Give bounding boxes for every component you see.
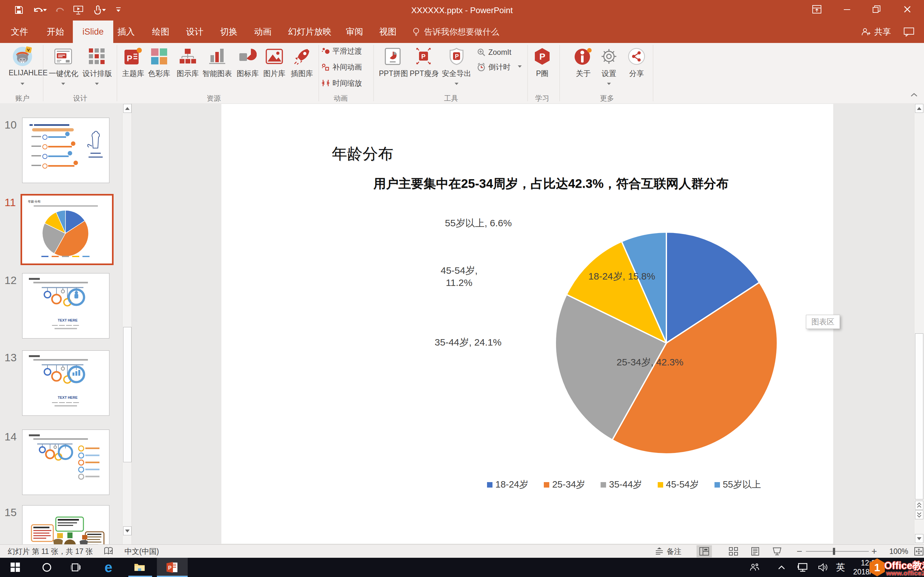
status-bar: 幻灯片 第 11 张，共 17 张 中文(中国) 备注 − + 100% xyxy=(0,544,924,558)
legend-item[interactable]: 35-44岁 xyxy=(601,478,642,491)
slide-thumbnail-12[interactable]: TEXT HERE xyxy=(22,273,110,338)
safe-export-dropdown-caret[interactable] xyxy=(455,83,459,85)
smooth-transition-button[interactable]: 平滑过渡 xyxy=(321,46,362,56)
tab-home[interactable]: 开始 xyxy=(44,21,67,43)
countdown-dropdown-caret[interactable] xyxy=(518,65,522,68)
pie-chart[interactable] xyxy=(554,231,779,455)
design-layout-button[interactable]: 设计排版 xyxy=(82,47,111,79)
ppt-slim-button[interactable]: P PPT瘦身 xyxy=(410,47,437,79)
zoom-level[interactable]: 100% xyxy=(889,545,908,558)
restore-button[interactable] xyxy=(863,0,891,19)
view-slide-sorter-button[interactable] xyxy=(726,545,741,558)
one-key-optimize-button[interactable]: 一键优化 xyxy=(49,47,78,79)
tab-file[interactable]: 文件 xyxy=(8,21,31,43)
illustration-library-button[interactable]: 插图库 xyxy=(288,47,316,79)
view-slideshow-button[interactable] xyxy=(769,545,785,558)
slide-canvas[interactable]: 年龄分布 用户主要集中在25-34周岁，占比达42.3%，符合互联网人群分布 1… xyxy=(221,104,833,544)
comments-icon[interactable] xyxy=(903,27,914,37)
slide-thumbnail-11-selected[interactable]: 年龄分布 xyxy=(21,194,113,265)
legend-item[interactable]: 45-54岁 xyxy=(658,478,699,491)
panel-scrollbar-thumb[interactable] xyxy=(123,327,132,462)
collapse-ribbon-icon[interactable] xyxy=(910,92,918,97)
tab-review[interactable]: 审阅 xyxy=(342,21,367,43)
optimize-dropdown-caret[interactable] xyxy=(61,83,65,85)
file-explorer-icon[interactable] xyxy=(131,558,148,577)
time-scale-icon xyxy=(321,79,330,87)
about-button[interactable]: 关于 xyxy=(569,47,597,79)
language-indicator[interactable]: 中文(中国) xyxy=(124,545,159,558)
tab-animations[interactable]: 动画 xyxy=(251,21,275,43)
minimize-button[interactable] xyxy=(833,0,861,19)
safe-export-button[interactable]: P 安全导出 xyxy=(441,47,472,79)
icon-library-button[interactable]: 图标库 xyxy=(234,47,262,79)
diagram-library-button[interactable]: 图示库 xyxy=(174,47,202,79)
cortana-icon[interactable] xyxy=(39,558,55,577)
task-view-icon[interactable] xyxy=(68,558,83,577)
tab-slideshow[interactable]: 幻灯片放映 xyxy=(285,21,334,43)
picture-library-button[interactable]: 图片库 xyxy=(260,47,288,79)
tab-islide[interactable]: iSlide xyxy=(73,21,113,43)
legend-item[interactable]: 18-24岁 xyxy=(487,478,528,491)
ime-indicator[interactable]: 英 xyxy=(834,558,847,577)
panel-scroll-up-icon[interactable] xyxy=(123,104,132,113)
tween-animation-button[interactable]: 补间动画 xyxy=(321,62,362,72)
slide-thumbnail-14[interactable] xyxy=(22,430,110,495)
settings-button[interactable]: 设置 xyxy=(595,47,623,79)
notes-button[interactable]: 备注 xyxy=(655,545,682,558)
show-hidden-icons-chevron[interactable] xyxy=(776,558,787,577)
account-dropdown-caret[interactable] xyxy=(21,83,24,85)
volume-icon[interactable] xyxy=(816,558,830,577)
time-scale-button[interactable]: 时间缩放 xyxy=(321,78,362,88)
slide-title[interactable]: 年龄分布 xyxy=(332,143,393,164)
tab-insert[interactable]: 插入 xyxy=(114,21,138,43)
settings-dropdown-caret[interactable] xyxy=(607,83,611,85)
slide-thumbnail-10[interactable] xyxy=(22,118,110,183)
powerpoint-taskbar-tile[interactable]: P xyxy=(157,558,188,577)
share-islide-button[interactable]: 分享 xyxy=(623,47,650,79)
slide-thumbnail-13[interactable]: TEXT HERE xyxy=(22,350,110,416)
people-icon[interactable] xyxy=(748,558,761,577)
main-scrollbar-thumb[interactable] xyxy=(915,334,923,500)
fit-to-window-button[interactable] xyxy=(911,545,924,558)
legend-item[interactable]: 55岁以上 xyxy=(714,478,761,491)
theme-library-button[interactable]: P 主题库 xyxy=(120,47,147,79)
color-library-button[interactable]: 色彩库 xyxy=(145,47,173,79)
zoom-out-button[interactable]: − xyxy=(796,545,803,558)
previous-slide-icon[interactable] xyxy=(915,501,923,510)
ribbon-display-options-icon[interactable] xyxy=(803,0,831,19)
design-layout-dropdown-caret[interactable] xyxy=(95,83,99,85)
scroll-down-icon[interactable] xyxy=(915,534,923,543)
diagram-library-icon xyxy=(174,47,202,66)
view-normal-button[interactable] xyxy=(696,545,712,558)
view-reading-button[interactable] xyxy=(748,545,763,558)
edge-browser-icon[interactable]: e xyxy=(100,558,117,577)
spellcheck-icon[interactable] xyxy=(103,545,113,558)
panel-scrollbar[interactable] xyxy=(122,103,132,544)
next-slide-icon[interactable] xyxy=(915,510,923,519)
start-button[interactable] xyxy=(8,558,23,577)
slide-thumbnail-15[interactable] xyxy=(22,505,110,544)
tab-design[interactable]: 设计 xyxy=(183,21,207,43)
zoom-slider-thumb[interactable] xyxy=(833,548,835,555)
slide-subtitle[interactable]: 用户主要集中在25-34周岁，占比达42.3%，符合互联网人群分布 xyxy=(373,175,729,192)
legend-item[interactable]: 25-34岁 xyxy=(544,478,585,491)
pie-label-35-44: 35-44岁, 24.1% xyxy=(430,336,507,349)
share-button[interactable]: 共享 xyxy=(861,21,891,43)
network-icon[interactable] xyxy=(796,558,810,577)
zoom-slider-track[interactable] xyxy=(806,551,869,552)
tell-me-box[interactable]: 告诉我你想要做什么 xyxy=(424,21,499,43)
ppt-puzzle-button[interactable]: PPT拼图 xyxy=(379,47,407,79)
tab-view[interactable]: 视图 xyxy=(376,21,400,43)
scroll-up-icon[interactable] xyxy=(915,104,923,113)
main-scrollbar[interactable] xyxy=(914,103,924,544)
tab-transitions[interactable]: 切换 xyxy=(217,21,241,43)
panel-scroll-down-icon[interactable] xyxy=(123,526,132,535)
tab-draw[interactable]: 绘图 xyxy=(149,21,173,43)
zoomit-button[interactable]: ZoomIt xyxy=(477,47,511,57)
account-button[interactable]: ELIJAHLEE xyxy=(9,47,36,77)
slide-counter[interactable]: 幻灯片 第 11 张，共 17 张 xyxy=(8,545,93,558)
p-circle-button[interactable]: P P圈 xyxy=(528,47,556,79)
smart-chart-button[interactable]: 智能图表 xyxy=(202,47,233,79)
close-button[interactable] xyxy=(893,0,921,19)
countdown-button[interactable]: 倒计时 xyxy=(477,62,510,72)
